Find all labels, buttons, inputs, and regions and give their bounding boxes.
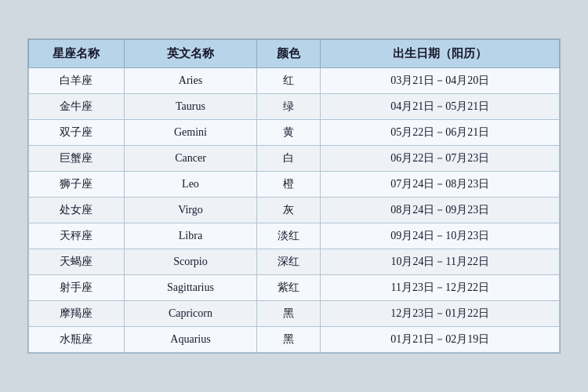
cell-date: 05月22日－06月21日: [321, 120, 560, 146]
cell-english: Scorpio: [124, 249, 256, 275]
cell-english: Cancer: [124, 146, 256, 172]
table-row: 巨蟹座Cancer白06月22日－07月23日: [29, 146, 560, 172]
zodiac-table-container: 星座名称 英文名称 颜色 出生日期（阳历） 白羊座Aries红03月21日－04…: [27, 38, 561, 354]
cell-color: 黑: [257, 301, 321, 327]
cell-color: 红: [257, 68, 321, 94]
cell-chinese: 狮子座: [29, 172, 125, 198]
table-row: 天秤座Libra淡红09月24日－10月23日: [29, 223, 560, 249]
table-row: 狮子座Leo橙07月24日－08月23日: [29, 172, 560, 198]
cell-color: 白: [257, 146, 321, 172]
cell-english: Aquarius: [124, 327, 256, 353]
cell-date: 09月24日－10月23日: [321, 223, 560, 249]
cell-chinese: 摩羯座: [29, 301, 125, 327]
cell-chinese: 天蝎座: [29, 249, 125, 275]
header-chinese: 星座名称: [29, 40, 125, 68]
cell-english: Leo: [124, 172, 256, 198]
header-color: 颜色: [257, 40, 321, 68]
cell-color: 橙: [257, 172, 321, 198]
cell-chinese: 巨蟹座: [29, 146, 125, 172]
cell-color: 淡红: [257, 223, 321, 249]
cell-english: Taurus: [124, 94, 256, 120]
table-row: 金牛座Taurus绿04月21日－05月21日: [29, 94, 560, 120]
cell-english: Gemini: [124, 120, 256, 146]
cell-color: 紫红: [257, 275, 321, 301]
table-header-row: 星座名称 英文名称 颜色 出生日期（阳历）: [29, 40, 560, 68]
table-row: 白羊座Aries红03月21日－04月20日: [29, 68, 560, 94]
cell-date: 07月24日－08月23日: [321, 172, 560, 198]
cell-date: 12月23日－01月22日: [321, 301, 560, 327]
cell-date: 03月21日－04月20日: [321, 68, 560, 94]
cell-chinese: 天秤座: [29, 223, 125, 249]
cell-date: 11月23日－12月22日: [321, 275, 560, 301]
cell-color: 深红: [257, 249, 321, 275]
cell-english: Aries: [124, 68, 256, 94]
cell-date: 01月21日－02月19日: [321, 327, 560, 353]
cell-color: 黄: [257, 120, 321, 146]
table-row: 天蝎座Scorpio深红10月24日－11月22日: [29, 249, 560, 275]
zodiac-table: 星座名称 英文名称 颜色 出生日期（阳历） 白羊座Aries红03月21日－04…: [28, 39, 560, 353]
cell-color: 绿: [257, 94, 321, 120]
cell-date: 06月22日－07月23日: [321, 146, 560, 172]
table-row: 射手座Sagittarius紫红11月23日－12月22日: [29, 275, 560, 301]
cell-chinese: 处女座: [29, 198, 125, 223]
cell-chinese: 射手座: [29, 275, 125, 301]
cell-chinese: 金牛座: [29, 94, 125, 120]
cell-date: 08月24日－09月23日: [321, 198, 560, 223]
table-row: 处女座Virgo灰08月24日－09月23日: [29, 198, 560, 223]
header-date: 出生日期（阳历）: [321, 40, 560, 68]
cell-date: 10月24日－11月22日: [321, 249, 560, 275]
cell-chinese: 水瓶座: [29, 327, 125, 353]
cell-color: 灰: [257, 198, 321, 223]
table-row: 双子座Gemini黄05月22日－06月21日: [29, 120, 560, 146]
cell-english: Capricorn: [124, 301, 256, 327]
cell-chinese: 白羊座: [29, 68, 125, 94]
table-body: 白羊座Aries红03月21日－04月20日金牛座Taurus绿04月21日－0…: [29, 68, 560, 353]
cell-chinese: 双子座: [29, 120, 125, 146]
cell-color: 黑: [257, 327, 321, 353]
cell-english: Libra: [124, 223, 256, 249]
header-english: 英文名称: [124, 40, 256, 68]
table-row: 摩羯座Capricorn黑12月23日－01月22日: [29, 301, 560, 327]
table-row: 水瓶座Aquarius黑01月21日－02月19日: [29, 327, 560, 353]
cell-english: Virgo: [124, 198, 256, 223]
cell-date: 04月21日－05月21日: [321, 94, 560, 120]
cell-english: Sagittarius: [124, 275, 256, 301]
